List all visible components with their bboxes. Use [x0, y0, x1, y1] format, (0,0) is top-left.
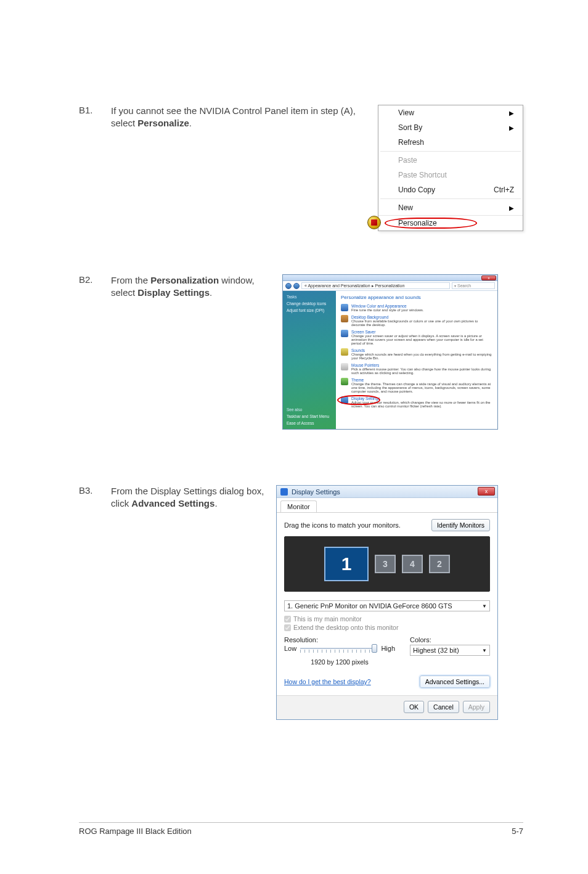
b2-td: Display Settings [137, 287, 210, 298]
display-settings-image: Display Settings x Monitor Drag the icon… [276, 485, 498, 720]
item-desktop-bg[interactable]: Desktop BackgroundChoose from available … [341, 315, 492, 327]
help-link[interactable]: How do I get the best display? [284, 678, 371, 685]
monitor-1[interactable]: 1 [324, 547, 369, 581]
item-title: Theme [351, 378, 364, 382]
item-desc: Pick a different mouse pointer. You can … [351, 367, 492, 375]
submenu-arrow-icon: ▶ [509, 125, 514, 131]
item-theme[interactable]: ThemeChange the theme. Themes can change… [341, 378, 492, 393]
monitor-dropdown[interactable]: 1. Generic PnP Monitor on NVIDIA GeForce… [284, 600, 490, 611]
search-input[interactable]: ▾ Search [452, 282, 495, 289]
separator [380, 198, 521, 199]
menu-paste-shortcut: Paste Shortcut [378, 168, 523, 182]
item-desc: Choose from available backgrounds or col… [351, 319, 492, 327]
drag-text: Drag the icons to match your monitors. [284, 521, 401, 529]
dropdown-value: 1. Generic PnP Monitor on NVIDIA GeForce… [287, 602, 452, 610]
b1-text-bold: Personalize [137, 118, 189, 128]
resolution-slider[interactable]: Low High [284, 645, 395, 652]
menu-view-label: View [398, 108, 414, 117]
context-menu: View ▶ Sort By ▶ Refresh Paste Paste Sho… [378, 105, 523, 231]
side-adjust-font[interactable]: Adjust font size (DPI) [287, 308, 332, 312]
footer-page: 5-7 [512, 827, 523, 836]
monitor-4[interactable]: 4 [402, 555, 423, 573]
colors-dropdown[interactable]: Highest (32 bit) ▼ [410, 645, 490, 656]
slider-low: Low [284, 645, 296, 652]
chk-main-label: This is my main monitor [293, 615, 362, 623]
monitor-3[interactable]: 3 [375, 555, 396, 573]
close-button[interactable]: x [478, 487, 495, 496]
menu-view[interactable]: View ▶ [378, 105, 523, 120]
advanced-settings-button[interactable]: Advanced Settings... [420, 676, 490, 688]
item-title: Window Color and Appearance [351, 304, 407, 308]
chk-extend-input [284, 624, 291, 631]
item-display-settings[interactable]: Display SettingsAdjust your monitor reso… [341, 396, 492, 408]
item-sounds[interactable]: SoundsChange which sounds are heard when… [341, 348, 492, 360]
tab-monitor[interactable]: Monitor [280, 500, 317, 512]
close-button[interactable]: x [481, 276, 496, 280]
desktop-bg-icon [341, 315, 348, 322]
menu-new[interactable]: New ▶ [378, 200, 523, 215]
resolution-value: 1920 by 1200 pixels [284, 658, 395, 666]
menu-new-label: New [398, 203, 413, 212]
submenu-arrow-icon: ▶ [509, 110, 514, 116]
slider-high: High [381, 645, 395, 652]
page-footer: ROG Rampage III Black Edition 5-7 [79, 822, 523, 836]
footer-title: ROG Rampage III Black Edition [79, 827, 192, 836]
window-color-icon [341, 304, 348, 311]
menu-refresh[interactable]: Refresh [378, 135, 523, 150]
item-desc: Adjust your monitor resolution, which ch… [351, 401, 492, 408]
side-tasks-hdr: Tasks [287, 295, 332, 299]
item-title: Screen Saver [351, 330, 375, 334]
b3-label: B3. [79, 485, 100, 720]
b1-text: If you cannot see the NVIDIA Control Pan… [111, 105, 367, 231]
address-bar: « Appearance and Personalization ▸ Perso… [283, 281, 497, 291]
theme-icon [341, 378, 348, 385]
chk-extend-label: Extend the desktop onto this monitor [293, 624, 398, 631]
b1-label: B1. [79, 105, 100, 231]
personalization-window: x « Appearance and Personalization ▸ Per… [282, 274, 498, 430]
chevron-down-icon: ▼ [482, 648, 487, 653]
main-panel: Personalize appearance and sounds Window… [336, 291, 497, 429]
side-ease[interactable]: Ease of Access [287, 421, 332, 425]
window-body: Tasks Change desktop icons Adjust font s… [283, 291, 497, 429]
item-mouse-pointers[interactable]: Mouse PointersPick a different mouse poi… [341, 363, 492, 375]
chk-extend: Extend the desktop onto this monitor [284, 624, 490, 631]
b2-tb: Personalization [150, 275, 219, 285]
colors-value: Highest (32 bit) [413, 647, 459, 654]
menu-refresh-label: Refresh [398, 138, 424, 147]
menu-sort-by[interactable]: Sort By ▶ [378, 120, 523, 135]
item-window-color[interactable]: Window Color and AppearanceFine tune the… [341, 304, 492, 312]
item-desc: Change which sounds are heard when you d… [351, 353, 492, 360]
resolution-column: Resolution: Low High 1920 by 1200 pixels [284, 636, 395, 666]
display-settings-dialog: Display Settings x Monitor Drag the icon… [276, 485, 498, 720]
b3-text: From the Display Settings dialog box, cl… [111, 485, 265, 720]
menu-sort-label: Sort By [398, 123, 422, 132]
breadcrumb[interactable]: « Appearance and Personalization ▸ Perso… [301, 282, 450, 289]
cancel-button[interactable]: Cancel [428, 701, 459, 713]
menu-undo-copy[interactable]: Undo Copy Ctrl+Z [378, 182, 523, 197]
display-settings-icon [341, 396, 348, 404]
nav-back-icon[interactable] [285, 283, 292, 289]
item-desc: Change the theme. Themes can change a wi… [351, 382, 492, 393]
side-see-also: See also [287, 407, 332, 412]
side-taskbar[interactable]: Taskbar and Start Menu [287, 414, 332, 419]
item-title: Desktop Background [351, 315, 388, 319]
res-label: Resolution: [284, 636, 395, 643]
menu-personalize[interactable]: Personalize [378, 215, 523, 231]
personalization-window-image: x « Appearance and Personalization ▸ Per… [282, 274, 498, 430]
chevron-down-icon: ▼ [482, 603, 487, 609]
slider-thumb[interactable] [372, 644, 377, 653]
monitor-2[interactable]: 2 [429, 555, 450, 573]
menu-undo-shortcut: Ctrl+Z [494, 186, 514, 194]
side-change-icons[interactable]: Change desktop icons [287, 301, 332, 306]
b3-tc: . [214, 498, 217, 508]
personalize-icon [367, 216, 381, 229]
nav-fwd-icon[interactable] [293, 283, 300, 289]
section-b3: B3. From the Display Settings dialog box… [79, 485, 523, 720]
identify-monitors-button[interactable]: Identify Monitors [431, 519, 490, 531]
colors-label: Colors: [410, 636, 490, 643]
main-heading: Personalize appearance and sounds [341, 295, 492, 300]
sounds-icon [341, 348, 348, 356]
item-screen-saver[interactable]: Screen SaverChange your screen saver or … [341, 330, 492, 345]
ok-button[interactable]: OK [404, 701, 424, 713]
dialog-titlebar: Display Settings x [277, 486, 497, 498]
